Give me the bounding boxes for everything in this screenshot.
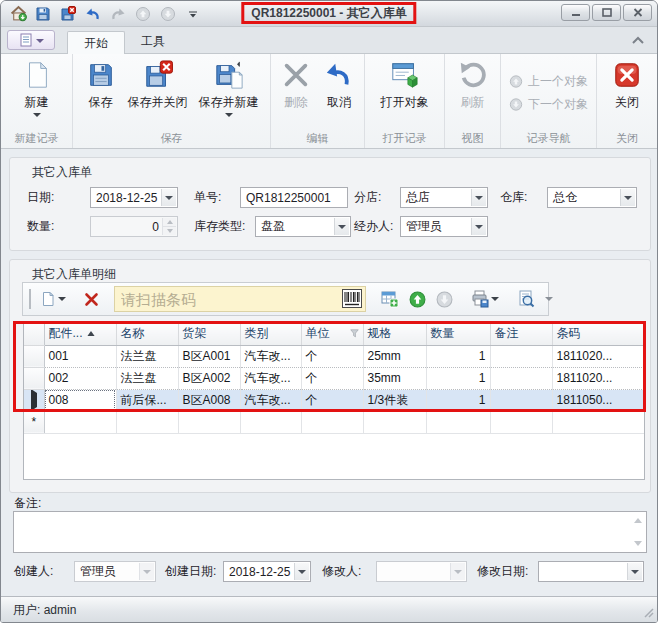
save-new-icon (213, 59, 245, 91)
move-up-button[interactable] (406, 287, 429, 311)
choose-columns-button[interactable] (378, 287, 402, 311)
detail-toolbar (22, 282, 549, 316)
next-object-button: 下一个对象 (509, 96, 588, 113)
save-icon (85, 59, 117, 91)
detail-grid: 配件... 名称 货架 类别 单位 规格 数量 备注 条码 001 法兰盘 (23, 322, 645, 480)
prev-object-button: 上一个对象 (509, 73, 588, 90)
col-header-shelf[interactable]: 货架 (178, 323, 240, 345)
create-date-label: 创建日期: (165, 561, 216, 582)
save-close-icon[interactable] (59, 5, 77, 23)
client-area: 其它入库单 日期: 2018-12-25 单号: QR1812250001 分店… (1, 149, 657, 623)
barcode-scan-input[interactable] (114, 286, 366, 312)
window-controls (561, 4, 652, 21)
handler-label: 经办人: (354, 216, 393, 237)
col-header-remark[interactable]: 备注 (490, 323, 552, 345)
maximize-button[interactable] (592, 4, 621, 21)
group-label: 视图 (445, 130, 500, 148)
qat-dropdown-icon[interactable] (184, 5, 202, 23)
ribbon-group-view: 刷新 视图 (445, 54, 501, 148)
cancel-button[interactable]: 取消 (318, 57, 360, 113)
sort-asc-icon (87, 331, 95, 336)
status-user: 用户: admin (13, 602, 76, 619)
ribbon-group-close: 关闭 关闭 (597, 54, 657, 148)
col-header-category[interactable]: 类别 (240, 323, 301, 345)
toolbar-grip[interactable] (29, 289, 31, 309)
create-date-combo[interactable]: 2018-12-25 (223, 561, 311, 582)
ribbon-group-open-record: 打开对象 打开记录 (365, 54, 445, 148)
group-label: 打开记录 (365, 130, 444, 148)
application-menu-button[interactable] (7, 30, 55, 50)
undo-icon[interactable] (84, 5, 102, 23)
order-no-input[interactable]: QR1812250001 (240, 187, 348, 208)
col-header-qty[interactable]: 数量 (426, 323, 490, 345)
refresh-button: 刷新 (452, 57, 494, 113)
prev-object-icon (134, 5, 152, 23)
new-button[interactable]: 新建 (16, 57, 58, 119)
save-button[interactable]: 保存 (80, 57, 122, 113)
stock-type-combo[interactable]: 盘盈 (255, 216, 351, 237)
stock-type-label: 库存类型: (194, 216, 245, 237)
redo-icon (109, 5, 127, 23)
table-row: 002 法兰盘 B区A002 汽车改... 个 35mm 1 1811020..… (24, 367, 644, 389)
col-header-name[interactable]: 名称 (116, 323, 178, 345)
scroll-down-icon (634, 541, 642, 546)
resize-grip[interactable] (642, 606, 654, 621)
titlebar: QR1812250001 - 其它入库单 (1, 1, 657, 27)
qty-label: 数量: (27, 216, 54, 237)
warehouse-label: 仓库: (500, 187, 527, 208)
warehouse-combo[interactable]: 总仓 (547, 187, 637, 208)
collapse-ribbon-icon[interactable] (631, 34, 645, 48)
col-header-partno[interactable]: 配件... (44, 323, 116, 345)
save-close-button[interactable]: 保存并关闭 (123, 57, 193, 113)
open-object-button[interactable]: 打开对象 (376, 57, 434, 113)
detail-title: 其它入库单明细 (32, 266, 116, 283)
qty-spinner[interactable]: 0 (90, 216, 178, 237)
date-combo[interactable]: 2018-12-25 (90, 187, 178, 208)
tab-tools[interactable]: 工具 (125, 30, 181, 53)
minimize-button[interactable] (561, 4, 590, 21)
form-title: 其它入库单 (32, 164, 92, 181)
close-button[interactable]: 关闭 (606, 57, 648, 113)
app-home-icon[interactable] (9, 5, 27, 23)
col-header-unit[interactable]: 单位 (301, 323, 363, 345)
save-icon[interactable] (34, 5, 52, 23)
col-header-spec[interactable]: 规格 (363, 323, 426, 345)
new-page-icon (40, 291, 56, 307)
branch-combo[interactable]: 总店 (400, 187, 488, 208)
handler-combo[interactable]: 管理员 (400, 216, 488, 237)
app-window: QR1812250001 - 其它入库单 开始 工具 新 (0, 0, 658, 623)
header-corner (24, 323, 44, 345)
ribbon-group-edit: 删除 取消 编辑 (271, 54, 365, 148)
overflow-caret-icon (545, 297, 553, 301)
remarks-textarea[interactable] (13, 511, 647, 553)
circle-up-icon (509, 74, 523, 89)
preview-button[interactable] (514, 287, 538, 311)
ribbon-group-record-nav: 上一个对象 下一个对象 记录导航 (501, 54, 597, 148)
group-label: 记录导航 (501, 130, 596, 148)
barcode-icon (342, 289, 362, 311)
tab-start[interactable]: 开始 (67, 31, 125, 54)
ribbon-tab-row: 开始 工具 (1, 27, 657, 53)
close-window-button[interactable] (623, 4, 652, 21)
ribbon-group-save: 保存 保存并关闭 保存并新建 保存 (73, 54, 271, 148)
annotation-box-title: QR1812250001 - 其它入库单 (241, 2, 416, 24)
col-header-barcode[interactable]: 条码 (552, 323, 644, 345)
delete-button: 删除 (275, 57, 317, 113)
green-up-icon (409, 291, 426, 308)
delete-row-button[interactable] (81, 287, 102, 311)
save-new-button[interactable]: 保存并新建 (194, 57, 264, 119)
ribbon-group-new-record: 新建 新建记录 (1, 54, 73, 148)
modify-date-combo[interactable] (538, 561, 644, 582)
new-page-icon (21, 59, 53, 91)
export-button[interactable] (468, 287, 502, 311)
red-x-icon (84, 292, 99, 307)
magnifier-doc-icon (517, 290, 535, 308)
detail-groupbox: 其它入库单明细 (9, 259, 651, 493)
toolbar-overflow-button[interactable] (542, 287, 556, 311)
add-row-button[interactable] (37, 287, 69, 311)
save-new-caret-icon (225, 113, 233, 117)
new-row: * (24, 411, 644, 433)
scroll-up-icon (634, 518, 642, 523)
quick-access-toolbar (5, 5, 202, 23)
table-row-selected: 008 前后保... B区A008 汽车改... 个 1/3件装 1 18110… (24, 389, 644, 411)
